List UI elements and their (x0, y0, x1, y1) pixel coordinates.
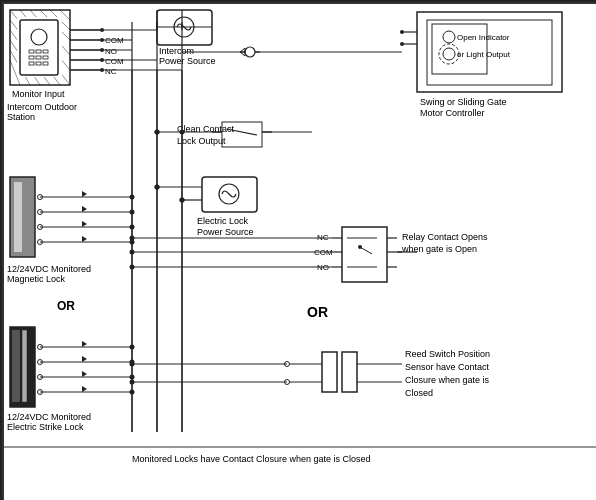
svg-text:Open Indicator: Open Indicator (457, 33, 510, 42)
svg-rect-129 (342, 227, 387, 282)
svg-rect-20 (36, 56, 41, 59)
svg-text:NO: NO (105, 47, 117, 56)
diagram-container: Monitor Input Intercom Outdoor Station I… (0, 0, 596, 500)
svg-text:12/24VDC Monitored: 12/24VDC Monitored (7, 264, 91, 274)
svg-point-39 (443, 48, 455, 60)
svg-rect-96 (14, 182, 22, 252)
svg-text:Closure when gate is: Closure when gate is (405, 375, 490, 385)
svg-point-175 (180, 198, 185, 203)
svg-text:Electric Strike Lock: Electric Strike Lock (7, 422, 84, 432)
svg-point-43 (400, 30, 404, 34)
svg-text:Monitor Input: Monitor Input (12, 89, 65, 99)
svg-text:NC: NC (105, 67, 117, 76)
svg-text:Reed Switch Position: Reed Switch Position (405, 349, 490, 359)
svg-point-173 (155, 185, 160, 190)
svg-point-37 (443, 31, 455, 43)
svg-point-32 (245, 47, 255, 57)
svg-rect-18 (43, 50, 48, 53)
svg-text:12/24VDC Monitored: 12/24VDC Monitored (7, 412, 91, 422)
svg-rect-14 (20, 20, 58, 75)
svg-text:OR: OR (307, 304, 328, 320)
svg-text:Lock Output: Lock Output (177, 136, 226, 146)
svg-rect-22 (29, 62, 34, 65)
svg-text:Intercom: Intercom (159, 46, 194, 56)
svg-rect-16 (29, 50, 34, 53)
svg-text:Closed: Closed (405, 388, 433, 398)
svg-point-142 (358, 245, 362, 249)
svg-text:Electric Lock: Electric Lock (197, 216, 249, 226)
svg-rect-24 (43, 62, 48, 65)
svg-point-174 (180, 130, 185, 135)
svg-text:Station: Station (7, 112, 35, 122)
svg-text:OR: OR (57, 299, 75, 313)
svg-text:Intercom Outdoor: Intercom Outdoor (7, 102, 77, 112)
svg-text:Sensor have Contact: Sensor have Contact (405, 362, 490, 372)
svg-rect-114 (22, 330, 27, 402)
svg-text:Swing or Sliding Gate: Swing or Sliding Gate (420, 97, 507, 107)
svg-rect-153 (322, 352, 337, 392)
svg-text:Magnetic Lock: Magnetic Lock (7, 274, 66, 284)
svg-text:Motor Controller: Motor Controller (420, 108, 485, 118)
svg-rect-21 (43, 56, 48, 59)
svg-rect-23 (36, 62, 41, 65)
svg-text:Monitored Locks have Contact C: Monitored Locks have Contact Closure whe… (132, 454, 371, 464)
svg-rect-19 (29, 56, 34, 59)
svg-rect-17 (36, 50, 41, 53)
svg-text:or Light Output: or Light Output (457, 50, 511, 59)
svg-text:COM: COM (105, 57, 124, 66)
svg-text:Power Source: Power Source (197, 227, 254, 237)
svg-point-15 (31, 29, 47, 45)
svg-rect-113 (12, 330, 20, 402)
svg-text:Power Source: Power Source (159, 56, 216, 66)
svg-text:Relay Contact Opens: Relay Contact Opens (402, 232, 488, 242)
svg-rect-95 (10, 177, 35, 257)
svg-point-45 (400, 42, 404, 46)
svg-rect-154 (342, 352, 357, 392)
svg-point-172 (155, 130, 160, 135)
